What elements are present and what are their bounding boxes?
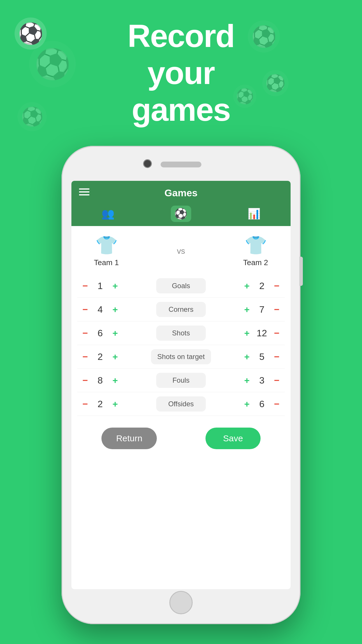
team1-value-0: 1: [95, 281, 106, 291]
stat-team2-side-2: − 12 +: [229, 327, 282, 340]
app-title: Games: [164, 187, 197, 199]
team1-plus-5[interactable]: +: [110, 398, 120, 411]
team1-plus-1[interactable]: +: [110, 303, 120, 316]
stat-team2-side-0: − 2 +: [229, 279, 282, 293]
team2-minus-3[interactable]: −: [272, 350, 282, 363]
stat-row-1: − 4 + Corners − 7 +: [77, 298, 285, 321]
phone-side-button: [299, 257, 303, 286]
stat-team1-side-0: − 1 +: [80, 279, 133, 293]
hero-text: Record your games: [0, 18, 362, 128]
team1-shirt: 👕: [95, 235, 118, 256]
stat-team1-side-2: − 6 +: [80, 327, 133, 340]
team2-plus-5[interactable]: +: [242, 398, 252, 411]
team2-value-4: 3: [256, 375, 267, 386]
team2-name: Team 2: [243, 258, 268, 267]
team2-value-0: 2: [256, 281, 267, 291]
app-tabs: 👥 ⚽ 📊: [71, 203, 291, 226]
team1-value-1: 4: [95, 304, 106, 315]
stat-label-5[interactable]: Offsides: [156, 396, 206, 412]
stat-team1-side-5: − 2 +: [80, 398, 133, 411]
team1-value-2: 6: [95, 328, 106, 339]
stats-container: − 1 + Goals − 2 + − 4 + Corners − 7 +: [77, 274, 285, 416]
vs-label: vs: [177, 246, 185, 256]
team2-plus-3[interactable]: +: [242, 350, 252, 363]
team2-value-2: 12: [256, 328, 267, 339]
app-header: Games 👥 ⚽ 📊: [71, 181, 291, 226]
phone-screen: Games 👥 ⚽ 📊: [71, 181, 291, 589]
team1-minus-1[interactable]: −: [80, 303, 90, 316]
stat-row-5: − 2 + Offsides − 6 +: [77, 392, 285, 416]
team2-minus-4[interactable]: −: [272, 374, 282, 387]
team2-value-3: 5: [256, 351, 267, 362]
stat-team2-side-1: − 7 +: [229, 303, 282, 316]
tab-stats[interactable]: 📊: [244, 206, 264, 222]
team1-col: 👕 Team 1: [80, 235, 133, 267]
team2-value-5: 6: [256, 399, 267, 410]
stat-row-3: − 2 + Shots on target − 5 +: [77, 345, 285, 369]
return-button[interactable]: Return: [101, 428, 157, 449]
phone-camera: [143, 159, 152, 168]
team1-plus-0[interactable]: +: [110, 279, 120, 293]
stat-team2-side-3: − 5 +: [229, 350, 282, 363]
hamburger-menu[interactable]: [79, 188, 89, 195]
stats-icon: 📊: [247, 208, 261, 220]
team2-col: 👕 Team 2: [229, 235, 282, 267]
stat-team1-side-4: − 8 +: [80, 374, 133, 387]
stat-team2-side-5: − 6 +: [229, 398, 282, 411]
team1-value-5: 2: [95, 399, 106, 410]
team1-plus-4[interactable]: +: [110, 374, 120, 387]
stat-label-0[interactable]: Goals: [156, 278, 206, 293]
team2-minus-2[interactable]: −: [272, 327, 282, 340]
teams-header: 👕 Team 1 vs 👕 Team 2: [77, 235, 285, 267]
stat-team1-side-1: − 4 +: [80, 303, 133, 316]
team1-minus-3[interactable]: −: [80, 350, 90, 363]
team2-plus-2[interactable]: +: [242, 327, 252, 340]
phone: Games 👥 ⚽ 📊: [61, 146, 301, 624]
stat-row-4: − 8 + Fouls − 3 +: [77, 369, 285, 392]
bottom-buttons: Return Save: [71, 422, 291, 456]
team2-plus-1[interactable]: +: [242, 303, 252, 316]
team1-plus-2[interactable]: +: [110, 327, 120, 340]
stat-team1-side-3: − 2 +: [80, 350, 133, 363]
team1-value-3: 2: [95, 351, 106, 362]
stat-label-3[interactable]: Shots on target: [151, 349, 211, 364]
team2-minus-1[interactable]: −: [272, 303, 282, 316]
game-content: 👕 Team 1 vs 👕 Team 2 − 1 + Goals: [71, 226, 291, 422]
tab-players[interactable]: 👥: [98, 206, 118, 222]
stat-row-0: − 1 + Goals − 2 +: [77, 274, 285, 298]
team2-shirt: 👕: [245, 235, 267, 256]
phone-home-button[interactable]: [169, 591, 193, 614]
stat-label-4[interactable]: Fouls: [156, 373, 206, 388]
team1-minus-5[interactable]: −: [80, 398, 90, 411]
team2-plus-4[interactable]: +: [242, 374, 252, 387]
team2-value-1: 7: [256, 304, 267, 315]
team2-plus-0[interactable]: +: [242, 279, 252, 293]
team2-minus-5[interactable]: −: [272, 398, 282, 411]
players-icon: 👥: [101, 208, 115, 220]
phone-speaker: [161, 162, 201, 167]
team1-minus-0[interactable]: −: [80, 279, 90, 293]
team1-minus-2[interactable]: −: [80, 327, 90, 340]
stat-team2-side-4: − 3 +: [229, 374, 282, 387]
phone-shell: Games 👥 ⚽ 📊: [61, 146, 301, 624]
ball-icon: ⚽: [174, 208, 187, 220]
team2-minus-0[interactable]: −: [272, 279, 282, 293]
stat-row-2: − 6 + Shots − 12 +: [77, 321, 285, 345]
app-header-top: Games: [71, 181, 291, 203]
tab-ball[interactable]: ⚽: [171, 206, 191, 222]
team1-name: Team 1: [94, 258, 119, 267]
stat-label-1[interactable]: Corners: [156, 302, 206, 317]
stat-label-2[interactable]: Shots: [156, 326, 206, 341]
save-button[interactable]: Save: [205, 428, 260, 449]
team1-plus-3[interactable]: +: [110, 350, 120, 363]
team1-minus-4[interactable]: −: [80, 374, 90, 387]
team1-value-4: 8: [95, 375, 106, 386]
